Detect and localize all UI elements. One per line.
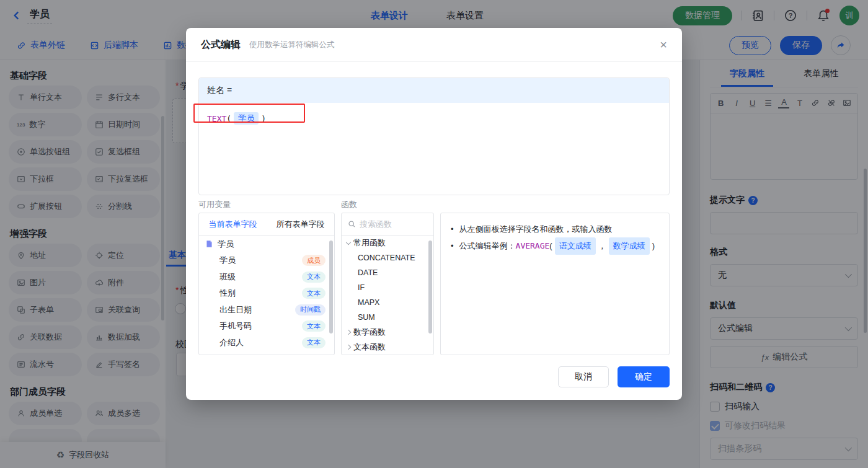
formula-variable-chip[interactable]: 学员 [234,112,259,125]
caret-right-icon [346,345,351,350]
type-badge: 文本 [302,320,326,332]
formula-function-name: TEXT [207,114,226,123]
tab-all-form-fields[interactable]: 所有表单字段 [267,213,334,235]
cancel-button[interactable]: 取消 [558,366,609,387]
variable-row-referrer[interactable]: 介绍人文本 [199,335,334,351]
formula-target: 姓名 = [199,78,669,103]
help-line-2: 公式编辑举例： AVERAGE ( 语文成绩 ， 数学成绩 ) [451,237,659,255]
formula-expression[interactable]: TEXT ( 学员 ) [199,103,669,134]
tab-current-form-fields[interactable]: 当前表单字段 [199,213,267,235]
formula-editor-area[interactable]: 姓名 = TEXT ( 学员 ) [198,77,670,195]
document-icon [205,240,213,248]
help-panel-spacer [440,199,670,211]
function-group-text[interactable]: 文本函数 [342,340,433,355]
variables-panel-label: 可用变量 [198,199,335,211]
type-badge: 成员 [302,255,326,266]
function-search-input[interactable] [360,219,427,229]
variable-row-gender[interactable]: 性别文本 [199,285,334,302]
type-badge: 时间戳 [295,304,326,316]
type-badge: 文本 [302,337,326,348]
variable-row-class[interactable]: 班级文本 [199,269,334,286]
search-icon [348,220,356,228]
type-badge: 文本 [302,272,326,283]
functions-panel-label: 函数 [341,199,434,211]
close-paren: ) [261,114,266,123]
type-badge: 文本 [302,288,326,299]
app-window: 学员 表单设计 表单设置 数据管理 ? 训 [0,0,868,468]
help-panel: 从左侧面板选择字段名和函数，或输入函数 公式编辑举例： AVERAGE ( 语文… [440,213,670,355]
function-item[interactable]: DATE [342,265,433,280]
function-group-common[interactable]: 常用函数 [342,236,433,250]
function-group-math[interactable]: 数学函数 [342,325,433,340]
variables-panel: 当前表单字段 所有表单字段 学员 学员成员 班级文本 性别文本 出生日期时间戳 … [198,213,335,355]
modal-title: 公式编辑 [201,38,241,51]
help-line-1: 从左侧面板选择字段名和函数，或输入函数 [451,221,659,237]
formula-editor-modal: 公式编辑 使用数学运算符编辑公式 × 姓名 = TEXT ( 学员 ) 可用变量… [186,28,682,400]
variables-scrollbar[interactable] [329,241,333,333]
function-item[interactable]: CONCATENATE [342,250,433,265]
caret-down-icon [346,239,351,244]
open-paren: ( [226,114,231,123]
function-item[interactable]: IF [342,280,433,295]
close-icon[interactable]: × [660,38,667,51]
function-search[interactable] [342,213,433,236]
example-variable-chip: 数学成绩 [609,237,650,255]
variables-tree-root[interactable]: 学员 [199,236,334,252]
variable-row-phone[interactable]: 手机号码文本 [199,318,334,335]
example-function-name: AVERAGE [516,238,550,254]
function-item[interactable]: MAPX [342,295,433,310]
variable-row-student[interactable]: 学员成员 [199,252,334,269]
confirm-button[interactable]: 确定 [618,366,670,387]
modal-subtitle: 使用数学运算符编辑公式 [249,40,335,50]
functions-scrollbar[interactable] [428,241,432,333]
caret-right-icon [346,330,351,335]
variable-row-birthdate[interactable]: 出生日期时间戳 [199,302,334,319]
example-variable-chip: 语文成绩 [555,237,596,255]
functions-panel: 常用函数 CONCATENATE DATE IF MAPX SUM 数学函数 文… [341,213,434,355]
function-item[interactable]: SUM [342,310,433,325]
